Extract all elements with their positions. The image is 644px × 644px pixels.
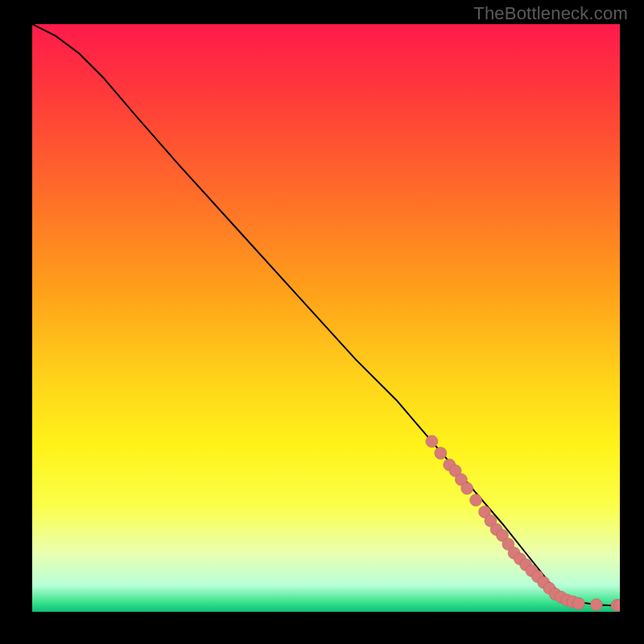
plot-area <box>32 24 620 612</box>
watermark-text: TheBottleneck.com <box>473 3 628 24</box>
data-point <box>572 597 584 609</box>
chart-container: TheBottleneck.com <box>0 0 644 644</box>
data-point <box>426 436 438 448</box>
data-point <box>590 599 602 611</box>
data-point <box>435 447 447 459</box>
chart-svg <box>32 24 620 612</box>
data-point <box>461 482 473 494</box>
data-point <box>470 494 482 506</box>
gradient-background <box>32 24 620 612</box>
